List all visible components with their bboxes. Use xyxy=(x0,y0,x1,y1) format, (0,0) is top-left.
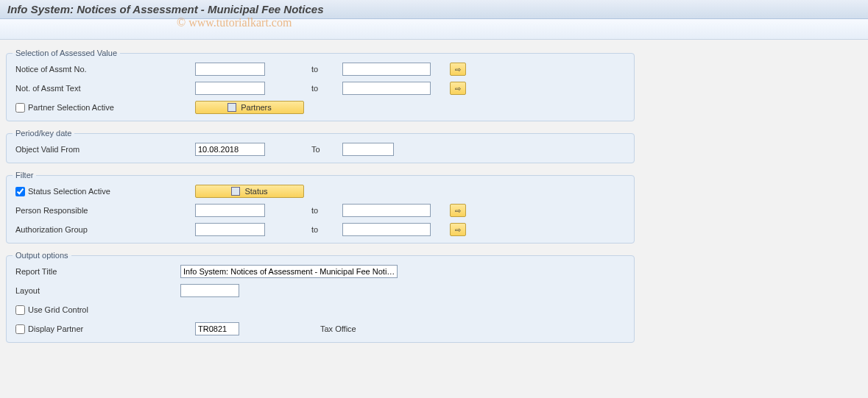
authorization-group-label: Authorization Group xyxy=(11,225,195,234)
partner-description: Tax Office xyxy=(320,324,356,333)
partners-button[interactable]: Partners xyxy=(195,101,304,114)
notice-text-to-input[interactable] xyxy=(342,82,431,95)
valid-from-input[interactable] xyxy=(195,143,265,156)
group-legend: Filter xyxy=(13,171,36,180)
display-partner-label: Display Partner xyxy=(28,324,83,333)
display-partner-checkbox[interactable] xyxy=(15,324,25,334)
person-responsible-label: Person Responsible xyxy=(11,206,195,215)
to-label: To xyxy=(298,145,342,154)
status-button-label: Status xyxy=(244,187,267,196)
notice-no-from-input[interactable] xyxy=(195,63,265,76)
group-legend: Selection of Assessed Value xyxy=(13,49,120,57)
partner-code-input[interactable] xyxy=(195,322,239,335)
partners-button-label: Partners xyxy=(241,103,272,112)
arrow-right-icon: ⇨ xyxy=(455,85,461,93)
notice-no-label: Notice of Assmt No. xyxy=(11,65,195,74)
status-button[interactable]: Status xyxy=(195,185,304,198)
arrow-right-icon: ⇨ xyxy=(455,226,461,234)
layout-label: Layout xyxy=(11,286,180,295)
group-legend: Period/key date xyxy=(13,129,74,138)
valid-to-input[interactable] xyxy=(342,143,394,156)
notice-no-to-input[interactable] xyxy=(342,63,431,76)
partner-selection-checkbox[interactable] xyxy=(15,103,25,113)
group-output: Output options Report Title Layout Use G… xyxy=(6,251,635,343)
detail-icon xyxy=(231,187,240,196)
notice-text-label: Not. of Assmt Text xyxy=(11,84,195,93)
report-title-input[interactable] xyxy=(180,265,398,278)
to-label: to xyxy=(298,65,342,74)
status-selection-checkbox[interactable] xyxy=(15,187,25,196)
multiple-selection-button[interactable]: ⇨ xyxy=(450,82,466,95)
partner-selection-label: Partner Selection Active xyxy=(28,103,114,112)
valid-from-label: Object Valid From xyxy=(11,145,195,154)
arrow-right-icon: ⇨ xyxy=(455,207,461,215)
person-to-input[interactable] xyxy=(342,204,431,217)
group-period: Period/key date Object Valid From To xyxy=(6,129,635,163)
multiple-selection-button[interactable]: ⇨ xyxy=(450,223,466,236)
group-legend: Output options xyxy=(13,251,71,260)
group-assessed-value: Selection of Assessed Value Notice of As… xyxy=(6,49,635,121)
use-grid-checkbox[interactable] xyxy=(15,305,25,315)
authgrp-from-input[interactable] xyxy=(195,223,265,236)
multiple-selection-button[interactable]: ⇨ xyxy=(450,63,466,76)
multiple-selection-button[interactable]: ⇨ xyxy=(450,204,466,217)
layout-input[interactable] xyxy=(180,284,239,297)
arrow-right-icon: ⇨ xyxy=(455,65,461,74)
content-area: Selection of Assessed Value Notice of As… xyxy=(0,40,641,356)
page-title: Info System: Notices of Assessment - Mun… xyxy=(7,3,324,15)
status-selection-label: Status Selection Active xyxy=(28,187,110,196)
use-grid-label: Use Grid Control xyxy=(28,305,88,314)
to-label: to xyxy=(298,225,342,234)
to-label: to xyxy=(298,84,342,93)
authgrp-to-input[interactable] xyxy=(342,223,431,236)
person-from-input[interactable] xyxy=(195,204,265,217)
group-filter: Filter Status Selection Active Status Pe… xyxy=(6,171,635,244)
notice-text-from-input[interactable] xyxy=(195,82,265,95)
toolbar xyxy=(0,19,868,40)
report-title-label: Report Title xyxy=(11,267,180,276)
to-label: to xyxy=(298,206,342,215)
title-bar: Info System: Notices of Assessment - Mun… xyxy=(0,0,868,19)
detail-icon xyxy=(227,103,236,112)
